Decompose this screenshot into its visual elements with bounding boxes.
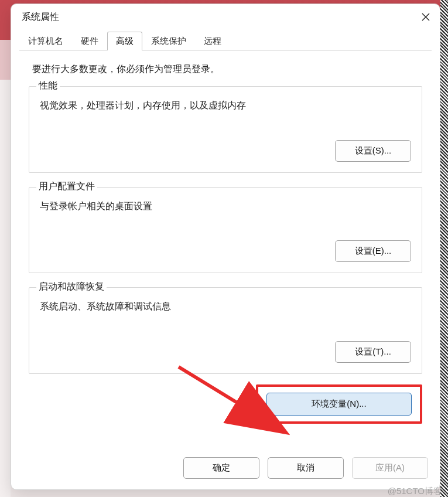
dialog-title: 系统属性 — [22, 11, 59, 23]
performance-legend: 性能 — [36, 80, 60, 92]
performance-desc: 视觉效果，处理器计划，内存使用，以及虚拟内存 — [40, 98, 411, 113]
close-icon — [422, 13, 430, 21]
cancel-button[interactable]: 取消 — [268, 457, 344, 479]
dialog-footer: 确定 取消 应用(A) — [11, 450, 440, 489]
user-profile-settings-button[interactable]: 设置(E)... — [335, 240, 411, 262]
startup-recovery-legend: 启动和故障恢复 — [36, 281, 107, 293]
tab-system-protection[interactable]: 系统保护 — [142, 32, 195, 50]
tab-hardware[interactable]: 硬件 — [72, 32, 107, 50]
startup-recovery-desc: 系统启动、系统故障和调试信息 — [40, 299, 411, 314]
tab-strip: 计算机名 硬件 高级 系统保护 远程 — [11, 31, 440, 50]
titlebar: 系统属性 — [11, 4, 440, 30]
tab-computer-name[interactable]: 计算机名 — [19, 32, 72, 50]
tab-advanced[interactable]: 高级 — [107, 32, 142, 50]
admin-note: 要进行大多数更改，你必须作为管理员登录。 — [29, 63, 422, 86]
startup-recovery-settings-button[interactable]: 设置(T)... — [335, 341, 411, 363]
annotation-highlight-box: 环境变量(N)... — [256, 384, 422, 424]
user-profile-desc: 与登录帐户相关的桌面设置 — [40, 199, 411, 214]
env-var-row: 环境变量(N)... — [29, 384, 422, 424]
apply-button[interactable]: 应用(A) — [352, 457, 428, 479]
close-button[interactable] — [418, 9, 434, 25]
user-profile-group: 用户配置文件 与登录帐户相关的桌面设置 设置(E)... — [29, 187, 422, 274]
environment-variables-button[interactable]: 环境变量(N)... — [266, 393, 412, 416]
performance-settings-button[interactable]: 设置(S)... — [335, 140, 411, 162]
user-profile-legend: 用户配置文件 — [36, 181, 97, 193]
startup-recovery-group: 启动和故障恢复 系统启动、系统故障和调试信息 设置(T)... — [29, 287, 422, 374]
performance-group: 性能 视觉效果，处理器计划，内存使用，以及虚拟内存 设置(S)... — [29, 86, 422, 173]
advanced-tab-panel: 要进行大多数更改，你必须作为管理员登录。 性能 视觉效果，处理器计划，内存使用，… — [19, 50, 432, 450]
watermark-text: @51CTO博客 — [388, 486, 442, 497]
ok-button[interactable]: 确定 — [183, 457, 259, 479]
tab-remote[interactable]: 远程 — [195, 32, 230, 50]
system-properties-dialog: 系统属性 计算机名 硬件 高级 系统保护 远程 要进行大多数更改，你必须作为管理… — [11, 4, 440, 490]
